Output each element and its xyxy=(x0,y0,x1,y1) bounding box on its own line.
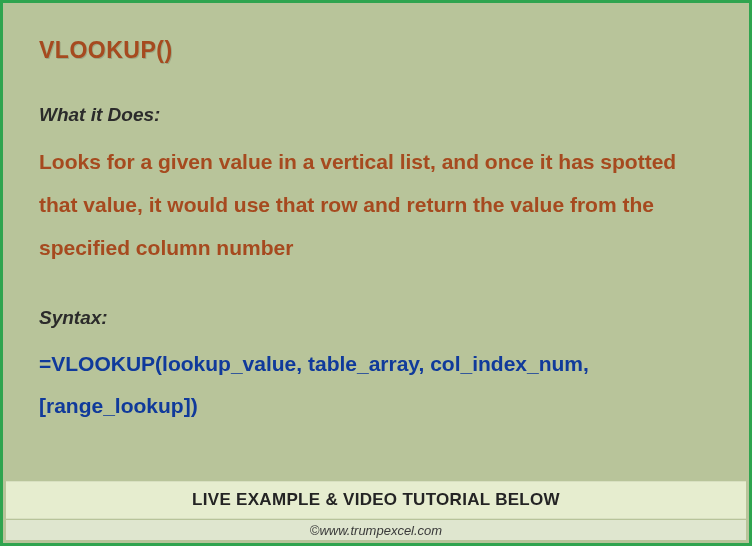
content-area: VLOOKUP() What it Does: Looks for a give… xyxy=(3,3,749,445)
function-title: VLOOKUP() xyxy=(39,37,713,64)
what-it-does-text: Looks for a given value in a vertical li… xyxy=(39,140,713,269)
credit-line: ©www.trumpexcel.com xyxy=(6,520,746,540)
syntax-label: Syntax: xyxy=(39,307,713,329)
syntax-text: =VLOOKUP(lookup_value, table_array, col_… xyxy=(39,343,713,427)
info-card: VLOOKUP() What it Does: Looks for a give… xyxy=(0,0,752,546)
what-it-does-label: What it Does: xyxy=(39,104,713,126)
live-example-banner: LIVE EXAMPLE & VIDEO TUTORIAL BELOW xyxy=(6,481,746,519)
